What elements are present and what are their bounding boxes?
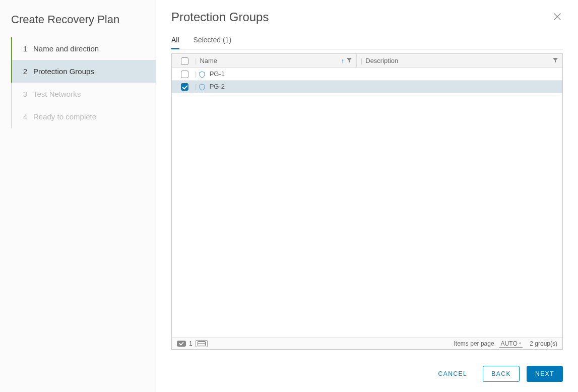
cancel-button[interactable]: CANCEL [430, 366, 476, 382]
selected-count: 1 [189, 340, 192, 347]
wizard-sidebar: Create Recovery Plan 1 Name and directio… [0, 0, 156, 392]
items-per-page-label: Items per page [454, 340, 494, 347]
select-all-checkbox[interactable] [181, 57, 188, 65]
back-button[interactable]: BACK [483, 366, 520, 382]
column-settings-button[interactable] [196, 340, 208, 347]
step-number: 4 [21, 112, 27, 121]
page-title: Protection Groups [171, 10, 269, 24]
cell-divider: | [195, 83, 197, 90]
filter-icon[interactable] [552, 57, 558, 64]
items-per-page-select[interactable]: AUTO ^ [499, 340, 523, 348]
column-header-description[interactable]: Description [365, 57, 398, 64]
step-label: Protection Groups [33, 67, 94, 76]
step-ready-to-complete: 4 Ready to complete [11, 105, 156, 128]
step-number: 3 [21, 90, 27, 98]
cell-divider: | [195, 70, 197, 78]
row-name: PG-2 [210, 83, 225, 90]
close-icon [554, 12, 561, 22]
wizard-title: Create Recovery Plan [0, 9, 156, 37]
selected-badge[interactable] [177, 341, 186, 347]
step-label: Test Networks [33, 90, 81, 98]
tab-selected[interactable]: Selected (1) [194, 36, 231, 49]
filter-icon[interactable] [346, 57, 352, 64]
table-footer: 1 Items per page AUTO ^ 2 group(s) [171, 338, 563, 350]
table-empty-space [172, 93, 562, 338]
table-row[interactable]: | PG-2 [172, 81, 562, 93]
step-name-and-direction[interactable]: 1 Name and direction [11, 37, 156, 60]
step-protection-groups[interactable]: 2 Protection Groups [11, 60, 156, 83]
row-checkbox[interactable] [181, 71, 188, 78]
next-button[interactable]: NEXT [527, 366, 563, 382]
row-description [356, 68, 562, 81]
column-divider: | [195, 57, 197, 64]
sort-ascending-icon[interactable]: ↑ [341, 57, 345, 64]
wizard-main: Protection Groups All Selected (1) [156, 0, 578, 392]
step-label: Name and direction [33, 44, 99, 53]
tab-all[interactable]: All [171, 36, 179, 49]
columns-icon [198, 341, 206, 346]
table-row[interactable]: | PG-1 [172, 68, 562, 81]
total-count: 2 group(s) [530, 340, 557, 347]
row-checkbox[interactable] [181, 83, 188, 91]
column-header-name[interactable]: Name [200, 57, 217, 64]
row-name: PG-1 [210, 70, 225, 78]
column-divider: | [361, 57, 362, 64]
wizard-steps: 1 Name and direction 2 Protection Groups… [11, 37, 156, 128]
step-number: 2 [21, 67, 27, 76]
row-description [356, 81, 562, 93]
tabs: All Selected (1) [171, 36, 563, 49]
shield-icon [199, 71, 206, 78]
wizard-actions: CANCEL BACK NEXT [156, 350, 578, 392]
step-test-networks: 3 Test Networks [11, 83, 156, 105]
step-label: Ready to complete [33, 112, 96, 121]
shield-icon [199, 84, 206, 91]
chevron-up-icon: ^ [519, 342, 521, 347]
protection-groups-table: | Name ↑ [171, 53, 563, 338]
step-number: 1 [21, 44, 27, 53]
close-button[interactable] [552, 10, 563, 25]
